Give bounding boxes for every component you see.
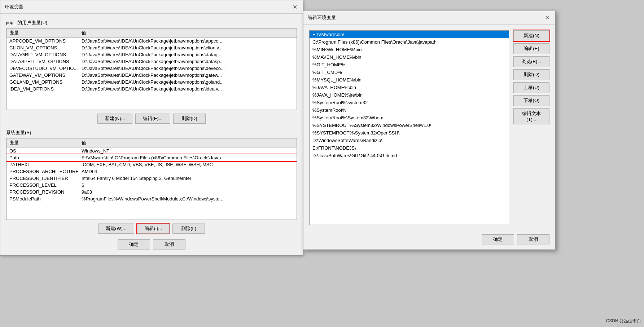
user-header-var: 变量 [9, 30, 82, 36]
user-table-header: 变量 值 [6, 28, 297, 37]
env-dialog-close-button[interactable]: ✕ [291, 3, 298, 10]
user-header-val: 值 [82, 30, 294, 36]
system-table-row[interactable]: PathE:\VMware\bin\;C:\Program Files (x86… [6, 154, 297, 161]
user-table-row[interactable]: APPCODE_VM_OPTIONSD:\JavaSoftWares\IDEA\… [6, 37, 297, 44]
system-row-val: E:\VMware\bin\;C:\Program Files (x86)\Co… [82, 155, 294, 160]
system-table-header: 变量 值 [6, 138, 297, 147]
user-edit-button[interactable]: 编辑(E)... [135, 114, 170, 124]
system-table-row[interactable]: OSWindows_NT [6, 147, 297, 154]
system-row-val: .COM;.EXE;.BAT;.CMD;.VBS;.VBE;.JS;.JSE;.… [82, 162, 294, 167]
system-row-var: PATHEXT [9, 162, 82, 167]
user-table-row[interactable]: GATEWAY_VM_OPTIONSD:\JavaSoftWares\IDEA\… [6, 72, 297, 79]
system-table-row[interactable]: PROCESSOR_IDENTIFIERIntel64 Family 6 Mod… [6, 175, 297, 182]
user-row-var: IDEA_VM_OPTIONS [9, 86, 82, 92]
edit-dialog-close-button[interactable]: ✕ [544, 14, 551, 21]
edit-text-button[interactable]: 编辑文本(T)... [513, 108, 549, 124]
path-list-item[interactable]: %JAVA_HOME%\bin [310, 84, 509, 91]
user-row-var: GATEWAY_VM_OPTIONS [9, 72, 82, 78]
system-row-val: %ProgramFiles%\WindowsPowerShell\Modules… [82, 196, 294, 202]
path-list-item[interactable]: %JAVA_HOME%\jre\bin [310, 91, 509, 99]
env-dialog-title: 环境变量 [5, 4, 23, 10]
edit-delete-button[interactable]: 删除(D) [513, 69, 549, 80]
env-ok-button[interactable]: 确定 [118, 239, 150, 249]
system-row-var: PROCESSOR_ARCHITECTURE [9, 169, 82, 174]
system-edit-button[interactable]: 编辑(l)... [137, 224, 170, 234]
edit-dialog-title: 编辑环境变量 [308, 14, 336, 21]
path-list-item[interactable]: D:\JavaSoftWares\GIT\Git2.44.0\Git\cmd [310, 152, 509, 159]
edit-ok-button[interactable]: 确定 [482, 234, 514, 244]
user-row-val: D:\JavaSoftWares\IDEA\UnClockPackage\jet… [82, 79, 294, 85]
system-table-row[interactable]: PSModulePath%ProgramFiles%\WindowsPowerS… [6, 195, 297, 202]
watermark: CSDN @炁山李白 [606, 318, 641, 324]
edit-env-dialog: 编辑环境变量 ✕ E:\VMware\bin\C:\Program Files … [303, 11, 556, 250]
user-row-var: GOLAND_VM_OPTIONS [9, 79, 82, 85]
system-row-var: Path [9, 155, 82, 160]
system-row-var: PROCESSOR_LEVEL [9, 182, 82, 188]
path-list-item[interactable]: %MAVEN_HOME%\bin [310, 53, 509, 61]
system-row-var: OS [9, 148, 82, 154]
path-list-item[interactable]: %SYSTEMROOT%\System32\WindowsPowerShell\… [310, 121, 509, 129]
user-row-val: D:\JavaSoftWares\IDEA\UnClockPackage\jet… [82, 86, 294, 92]
path-list-item[interactable]: D:\WindowsSofteWares\Bandizip\ [310, 137, 509, 144]
path-list-item[interactable]: E:\VMware\bin\ [310, 31, 509, 38]
user-row-val: D:\JavaSoftWares\IDEA\UnClockPackage\jet… [82, 66, 294, 71]
user-table-body[interactable]: APPCODE_VM_OPTIONSD:\JavaSoftWares\IDEA\… [6, 37, 297, 110]
path-list-item[interactable]: %SystemRoot%\system32 [310, 99, 509, 106]
path-list[interactable]: E:\VMware\bin\C:\Program Files (x86)\Com… [309, 30, 509, 225]
system-delete-button[interactable]: 删除(L) [172, 224, 205, 234]
system-section-label: 系统变量(S) [6, 129, 297, 136]
env-dialog-titlebar: 环境变量 ✕ [0, 0, 303, 14]
system-new-button[interactable]: 新建(W)... [98, 224, 134, 234]
path-list-item[interactable]: %SYSTEMROOT%\System32\OpenSSH\ [310, 129, 509, 137]
user-table-row[interactable]: CLION_VM_OPTIONSD:\JavaSoftWares\IDEA\Un… [6, 44, 297, 51]
path-list-item[interactable]: %SystemRoot%\System32\Wbem [310, 114, 509, 121]
system-row-val: 6 [82, 182, 294, 188]
env-dialog: 环境变量 ✕ jing_ 的用户变量(U) 变量 值 APPCODE_VM_OP… [0, 0, 303, 256]
user-row-var: CLION_VM_OPTIONS [9, 45, 82, 50]
edit-down-button[interactable]: 下移(O) [513, 95, 549, 106]
edit-browse-button[interactable]: 浏览(B)... [513, 56, 549, 67]
path-list-item[interactable]: E:\FRONT\NODEJS\ [310, 144, 509, 152]
system-table-row[interactable]: PROCESSOR_LEVEL6 [6, 182, 297, 189]
user-delete-button[interactable]: 删除(D) [173, 114, 206, 124]
system-table-row[interactable]: PROCESSOR_ARCHITECTUREAMD64 [6, 168, 297, 175]
path-list-item[interactable]: C:\Program Files (x86)\Common Files\Orac… [310, 38, 509, 46]
user-table-row[interactable]: DATASPELL_VM_OPTIONSD:\JavaSoftWares\IDE… [6, 58, 297, 65]
user-row-val: D:\JavaSoftWares\IDEA\UnClockPackage\jet… [82, 59, 294, 64]
path-list-item[interactable]: %SystemRoot% [310, 106, 509, 114]
user-section-label: jing_ 的用户变量(U) [6, 19, 297, 26]
edit-edit-button[interactable]: 编辑(E) [513, 43, 549, 54]
user-row-var: DATASPELL_VM_OPTIONS [9, 59, 82, 64]
user-row-var: DEVECOSTUDIO_VM_OPTIO... [9, 66, 82, 71]
system-row-var: PROCESSOR_REVISION [9, 189, 82, 195]
path-list-item[interactable]: %GIT_CMD% [310, 69, 509, 76]
user-row-val: D:\JavaSoftWares\IDEA\UnClockPackage\jet… [82, 52, 294, 57]
system-header-val: 值 [82, 140, 294, 146]
edit-new-button[interactable]: 新建(N) [513, 30, 549, 41]
edit-btn-col: 新建(N) 编辑(E) 浏览(B)... 删除(D) 上移(U) 下移(O) 编… [513, 30, 549, 225]
env-dialog-footer-btns: 确定 取消 [6, 239, 297, 249]
user-row-val: D:\JavaSoftWares\IDEA\UnClockPackage\jet… [82, 38, 294, 44]
system-table-row[interactable]: PROCESSOR_REVISION9a03 [6, 189, 297, 195]
system-row-val: Intel64 Family 6 Model 154 Stepping 3, G… [82, 176, 294, 181]
edit-dialog-body: E:\VMware\bin\C:\Program Files (x86)\Com… [303, 25, 555, 231]
system-table: 变量 值 OSWindows_NTPathE:\VMware\bin\;C:\P… [6, 138, 297, 220]
user-table-row[interactable]: DEVECOSTUDIO_VM_OPTIO...D:\JavaSoftWares… [6, 65, 297, 72]
path-list-item[interactable]: %MINGW_HOME%\bin [310, 46, 509, 53]
system-table-body[interactable]: OSWindows_NTPathE:\VMware\bin\;C:\Progra… [6, 147, 297, 220]
edit-cancel-button[interactable]: 取消 [517, 234, 549, 244]
user-new-button[interactable]: 新建(N)... [97, 114, 132, 124]
user-table-row[interactable]: DATAGRIP_VM_OPTIONSD:\JavaSoftWares\IDEA… [6, 51, 297, 58]
user-btn-row: 新建(N)... 编辑(E)... 删除(D) [6, 114, 297, 124]
system-table-row[interactable]: PATHEXT.COM;.EXE;.BAT;.CMD;.VBS;.VBE;.JS… [6, 161, 297, 168]
user-table-row[interactable]: IDEA_VM_OPTIONSD:\JavaSoftWares\IDEA\UnC… [6, 85, 297, 92]
path-list-item[interactable]: %MYSQL_HOME%\bin [310, 76, 509, 84]
env-cancel-button[interactable]: 取消 [153, 239, 185, 249]
user-row-val: D:\JavaSoftWares\IDEA\UnClockPackage\jet… [82, 72, 294, 78]
edit-up-button[interactable]: 上移(U) [513, 82, 549, 93]
edit-dialog-footer: 确定 取消 [303, 231, 555, 249]
user-table-row[interactable]: GOLAND_VM_OPTIONSD:\JavaSoftWares\IDEA\U… [6, 79, 297, 85]
path-list-item[interactable]: %GIT_HOME% [310, 61, 509, 69]
env-dialog-body: jing_ 的用户变量(U) 变量 值 APPCODE_VM_OPTIONSD:… [0, 14, 303, 255]
system-row-var: PROCESSOR_IDENTIFIER [9, 176, 82, 181]
